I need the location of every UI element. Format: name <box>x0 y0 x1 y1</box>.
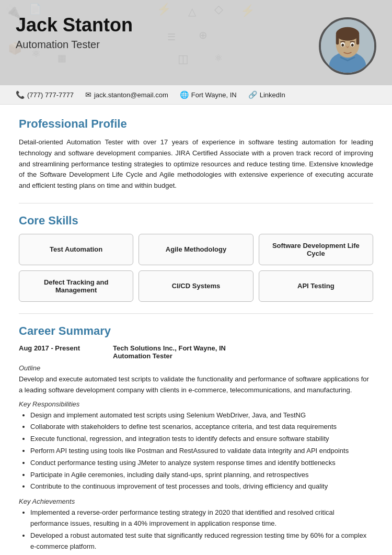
svg-rect-5 <box>336 34 339 44</box>
responsibility-2: Collaborate with stakeholders to define … <box>30 422 373 433</box>
svg-point-9 <box>341 44 344 47</box>
responsibility-1: Design and implement automated test scri… <box>30 410 373 421</box>
header-content: Jack Stanton Automation Tester <box>16 15 376 75</box>
avatar-svg <box>321 19 374 73</box>
skill-card-4: Defect Tracking and Management <box>19 270 133 302</box>
svg-point-4 <box>336 27 360 41</box>
job-info-1: Tech Solutions Inc., Fort Wayne, IN Auto… <box>113 344 373 360</box>
phone-number: (777) 777-7777 <box>27 91 74 99</box>
job-header-1: Aug 2017 - Present Tech Solutions Inc., … <box>19 344 373 360</box>
skill-label-1: Test Automation <box>50 245 102 253</box>
profile-section: Professional Profile Detail-oriented Aut… <box>19 117 373 191</box>
achievement-2: Developed a robust automated test suite … <box>30 530 373 552</box>
responsibility-5: Conduct performance testing using JMeter… <box>30 458 373 469</box>
email-address: jack.stanton@email.com <box>94 91 168 99</box>
header-text-block: Jack Stanton Automation Tester <box>16 15 319 51</box>
candidate-name: Jack Stanton <box>16 15 319 36</box>
responsibilities-list: Design and implement automated test scri… <box>19 410 373 493</box>
career-section: Career Summary Aug 2017 - Present Tech S… <box>19 324 373 552</box>
skill-card-1: Test Automation <box>19 234 133 265</box>
career-title: Career Summary <box>19 324 373 338</box>
job-dates-1: Aug 2017 - Present <box>19 344 97 360</box>
main-content: Professional Profile Detail-oriented Aut… <box>0 105 392 555</box>
skill-card-3: Software Development Life Cycle <box>259 234 373 265</box>
skill-label-5: CI/CD Systems <box>172 282 220 290</box>
skill-card-5: CI/CD Systems <box>139 270 253 302</box>
profile-title: Professional Profile <box>19 117 373 131</box>
profile-text: Detail-oriented Automation Tester with o… <box>19 137 373 191</box>
contact-linkedin[interactable]: 🔗 LinkedIn <box>248 90 285 99</box>
skills-title: Core Skills <box>19 214 373 228</box>
outline-text: Develop and execute automated test scrip… <box>19 374 373 396</box>
skill-label-6: API Testing <box>297 282 335 290</box>
skill-card-2: Agile Methodology <box>139 234 253 265</box>
candidate-photo <box>319 17 376 75</box>
location-icon: 🌐 <box>180 90 189 99</box>
divider-2 <box>19 313 373 314</box>
achievements-list: Implemented a reverse-order performance … <box>19 507 373 552</box>
job-role-1: Automation Tester <box>113 352 373 360</box>
linkedin-label: LinkedIn <box>260 91 285 99</box>
skill-label-4: Defect Tracking and Management <box>25 278 128 294</box>
svg-point-10 <box>351 44 354 47</box>
divider-1 <box>19 203 373 203</box>
outline-label: Outline <box>19 364 373 372</box>
responsibilities-label: Key Responsibilities <box>19 400 373 408</box>
responsibility-3: Execute functional, regression, and inte… <box>30 434 373 445</box>
skills-grid: Test Automation Agile Methodology Softwa… <box>19 234 373 302</box>
responsibility-7: Contribute to the continuous improvement… <box>30 481 373 492</box>
resume-page: 🔌 📄 ⚙ 📦 ⚛ ▦ ⚡ △ ◇ ☰ ⊕ ◫ ⚛ ⚡ Jack Stanton… <box>0 0 392 555</box>
skills-section: Core Skills Test Automation Agile Method… <box>19 214 373 302</box>
email-icon: ✉ <box>85 90 91 99</box>
deco-icon-2: 📄 <box>29 3 42 15</box>
job-entry-1: Aug 2017 - Present Tech Solutions Inc., … <box>19 344 373 552</box>
candidate-title: Automation Tester <box>16 39 319 51</box>
phone-icon: 📞 <box>16 90 25 99</box>
skill-label-3: Software Development Life Cycle <box>264 242 367 257</box>
link-icon: 🔗 <box>248 90 257 99</box>
job-company-1: Tech Solutions Inc., Fort Wayne, IN <box>113 344 373 352</box>
contact-bar: 📞 (777) 777-7777 ✉ jack.stanton@email.co… <box>0 85 392 105</box>
svg-rect-6 <box>356 34 360 44</box>
achievement-1: Implemented a reverse-order performance … <box>30 507 373 529</box>
location-text: Fort Wayne, IN <box>191 91 237 99</box>
skill-card-6: API Testing <box>259 270 373 302</box>
skill-label-2: Agile Methodology <box>166 245 226 253</box>
header-section: 🔌 📄 ⚙ 📦 ⚛ ▦ ⚡ △ ◇ ☰ ⊕ ◫ ⚛ ⚡ Jack Stanton… <box>0 0 392 85</box>
responsibility-4: Perform API testing using tools like Pos… <box>30 446 373 457</box>
contact-phone: 📞 (777) 777-7777 <box>16 90 74 99</box>
contact-location: 🌐 Fort Wayne, IN <box>180 90 237 99</box>
achievements-label: Key Achievements <box>19 497 373 505</box>
responsibility-6: Participate in Agile ceremonies, includi… <box>30 470 373 481</box>
contact-email: ✉ jack.stanton@email.com <box>85 90 168 99</box>
